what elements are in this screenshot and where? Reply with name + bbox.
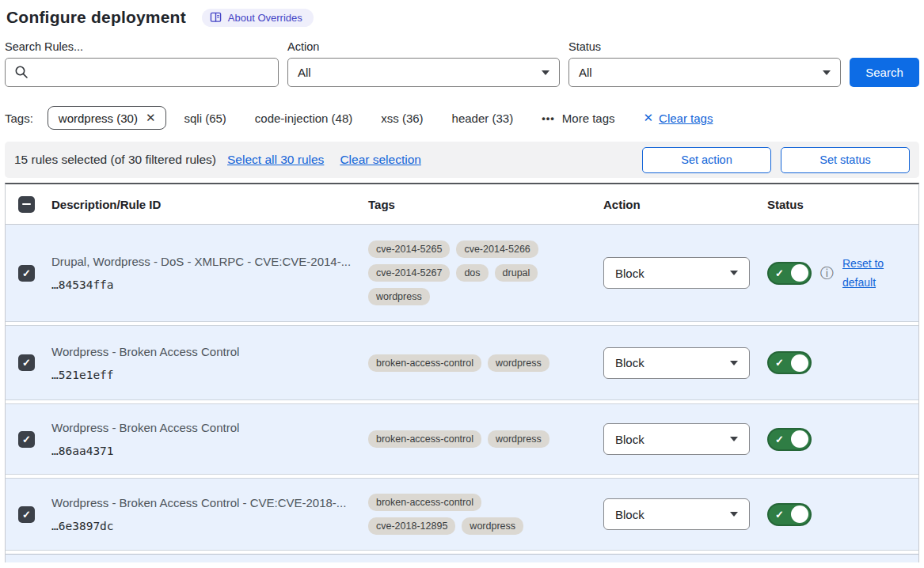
tag-pill: cve-2014-5265 xyxy=(368,240,450,258)
rule-action-cell: Block xyxy=(603,347,767,379)
tag-pill: broken-access-control xyxy=(368,430,481,448)
set-action-button[interactable]: Set action xyxy=(642,147,771,173)
action-filter-group: Action All xyxy=(287,40,560,87)
table-row: ✓ Wordpress - Broken Access Control - CV… xyxy=(6,478,918,551)
select-all-checkbox[interactable] xyxy=(18,196,35,213)
action-select[interactable]: Block xyxy=(603,347,750,379)
page-title: Configure deployment xyxy=(6,8,186,27)
rule-id: …6e3897dc xyxy=(51,520,360,532)
about-overrides-badge[interactable]: About Overrides xyxy=(202,9,314,27)
ellipsis-icon: ••• xyxy=(542,112,555,124)
row-checkbox[interactable]: ✓ xyxy=(18,431,35,448)
rule-action-cell: Block xyxy=(603,257,767,289)
reset-to-default-link[interactable]: Reset to default xyxy=(842,254,893,293)
tag-filter-sqli[interactable]: sqli (65) xyxy=(184,112,226,125)
tag-pill: wordpress xyxy=(368,288,430,305)
status-toggle[interactable]: ✓ xyxy=(767,428,812,451)
rule-action-cell: Block xyxy=(603,498,767,530)
toggle-knob xyxy=(791,430,808,448)
clear-tags-x-icon: ✕ xyxy=(644,111,654,125)
action-select[interactable]: Block xyxy=(603,423,750,455)
tag-pill: dos xyxy=(456,264,488,282)
more-tags-label: More tags xyxy=(562,112,615,125)
column-header-description: Description/Rule ID xyxy=(50,198,368,211)
more-tags-button[interactable]: ••• More tags xyxy=(542,112,614,125)
table-row: ✓ Drupal, Wordpress - DoS - XMLRPC - CVE… xyxy=(6,225,918,322)
rule-description-cell: Drupal, Wordpress - DoS - XMLRPC - CVE:C… xyxy=(50,247,368,299)
check-icon: ✓ xyxy=(775,509,784,521)
toggle-knob xyxy=(791,354,808,372)
check-icon: ✓ xyxy=(22,358,31,368)
tag-pill: wordpress xyxy=(488,354,549,372)
toggle-knob xyxy=(791,506,808,523)
status-filter-select[interactable]: All xyxy=(568,58,841,87)
rule-tags-cell: broken-access-control cve-2018-12895 wor… xyxy=(368,486,568,543)
clear-selection-link[interactable]: Clear selection xyxy=(340,153,421,167)
set-status-button[interactable]: Set status xyxy=(781,147,910,173)
book-icon xyxy=(210,12,222,23)
rules-table: Description/Rule ID Tags Action Status ✓… xyxy=(5,183,919,562)
check-icon: ✓ xyxy=(775,434,784,445)
search-button[interactable]: Search xyxy=(850,58,919,87)
status-toggle[interactable]: ✓ xyxy=(767,262,812,285)
rule-tags-cell: broken-access-control wordpress xyxy=(368,346,568,380)
status-toggle[interactable]: ✓ xyxy=(767,351,812,374)
indeterminate-dash-icon xyxy=(22,203,31,206)
action-select[interactable]: Block xyxy=(603,498,750,530)
tag-pill: cve-2014-5266 xyxy=(456,240,538,258)
check-icon: ✓ xyxy=(22,509,31,520)
rule-description: Drupal, Wordpress - DoS - XMLRPC - CVE:C… xyxy=(51,255,360,268)
clear-tags-link[interactable]: ✕ Clear tags xyxy=(644,111,713,125)
action-select-value: Block xyxy=(615,356,645,369)
rule-status-cell: ✓ xyxy=(767,503,918,526)
selected-tag-label: wordpress (30) xyxy=(59,112,138,125)
rule-description: Wordpress - Broken Access Control xyxy=(51,421,360,434)
rule-action-cell: Block xyxy=(603,423,767,455)
row-checkbox[interactable]: ✓ xyxy=(18,354,35,371)
rule-description: Wordpress - Broken Access Control - CVE:… xyxy=(51,496,360,509)
tag-filter-header[interactable]: header (33) xyxy=(452,112,514,125)
tag-filter-code-injection[interactable]: code-injection (48) xyxy=(255,112,352,125)
selection-bar: 15 rules selected (of 30 filtered rules)… xyxy=(5,142,919,178)
status-filter-value: All xyxy=(579,66,592,79)
row-checkbox[interactable]: ✓ xyxy=(18,265,35,282)
info-icon[interactable]: ⓘ xyxy=(820,267,834,280)
selected-tag-wordpress[interactable]: wordpress (30) ✕ xyxy=(48,106,167,130)
select-all-rules-link[interactable]: Select all 30 rules xyxy=(227,153,324,167)
about-overrides-label: About Overrides xyxy=(228,12,302,24)
action-filter-select[interactable]: All xyxy=(287,58,560,87)
search-icon xyxy=(14,65,29,82)
row-checkbox[interactable]: ✓ xyxy=(18,506,35,523)
toggle-knob xyxy=(791,264,808,282)
tags-label: Tags: xyxy=(5,112,33,125)
remove-tag-icon[interactable]: ✕ xyxy=(146,111,156,125)
rule-description: Wordpress - Broken Access Control xyxy=(51,345,360,358)
action-select-value: Block xyxy=(615,508,645,521)
action-filter-value: All xyxy=(298,66,311,79)
page-header: Configure deployment About Overrides xyxy=(5,8,919,27)
tag-pill: cve-2014-5267 xyxy=(368,264,450,282)
check-icon: ✓ xyxy=(22,268,31,278)
status-toggle[interactable]: ✓ xyxy=(767,503,812,526)
action-select-value: Block xyxy=(615,433,645,446)
check-icon: ✓ xyxy=(775,267,784,279)
tag-filter-xss[interactable]: xss (36) xyxy=(381,112,423,125)
rule-id: …86aa4371 xyxy=(51,445,360,457)
check-icon: ✓ xyxy=(22,434,31,445)
search-rules-input[interactable] xyxy=(5,58,279,87)
rule-id: …84534ffa xyxy=(51,278,360,291)
rule-tags-cell: broken-access-control wordpress xyxy=(368,422,568,456)
column-header-tags: Tags xyxy=(368,198,603,211)
chevron-down-icon xyxy=(730,512,738,517)
chevron-down-icon xyxy=(730,437,738,441)
chevron-down-icon xyxy=(730,361,738,365)
configure-deployment-page: Configure deployment About Overrides Sea… xyxy=(0,0,924,562)
action-filter-label: Action xyxy=(287,40,560,53)
action-select[interactable]: Block xyxy=(603,257,750,289)
chevron-down-icon xyxy=(542,70,549,75)
selection-summary: 15 rules selected (of 30 filtered rules) xyxy=(14,153,216,167)
partial-next-row xyxy=(6,554,918,562)
tag-pill: broken-access-control xyxy=(368,354,481,372)
table-row: ✓ Wordpress - Broken Access Control …521… xyxy=(6,325,918,400)
rule-status-cell: ✓ ⓘ Reset to default xyxy=(767,254,918,293)
